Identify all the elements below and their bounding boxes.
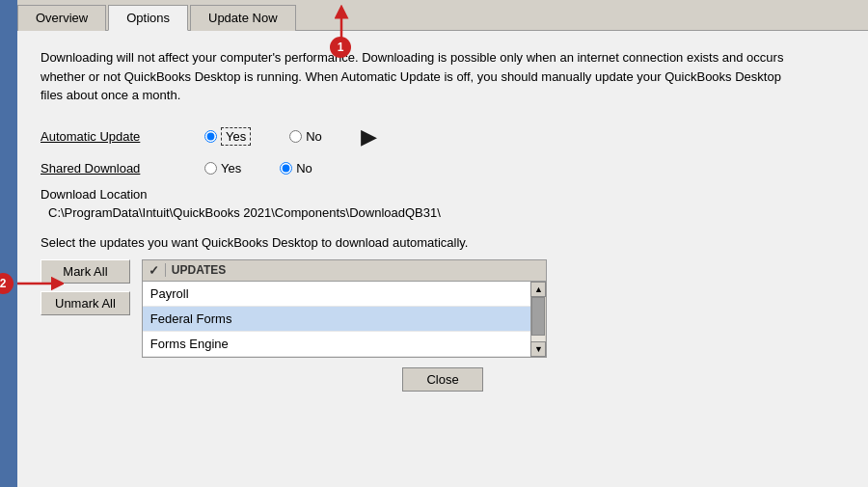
shared-download-yes-radio[interactable] bbox=[204, 162, 217, 175]
automatic-update-yes-option[interactable]: Yes bbox=[204, 129, 251, 144]
automatic-update-yes-radio[interactable] bbox=[204, 130, 217, 143]
close-button-area: Close bbox=[41, 367, 845, 392]
scrollbar-up-button[interactable]: ▲ bbox=[530, 282, 546, 297]
shared-download-yes-label: Yes bbox=[221, 161, 241, 176]
updates-column-header: UPDATES bbox=[172, 263, 226, 277]
shared-download-radios: Yes No bbox=[204, 161, 341, 176]
download-location-section: Download Location C:\ProgramData\Intuit\… bbox=[41, 187, 845, 220]
automatic-update-label: Automatic Update bbox=[41, 129, 204, 144]
automatic-update-no-option[interactable]: No bbox=[289, 129, 322, 144]
automatic-update-no-label: No bbox=[306, 129, 322, 144]
scrollbar-thumb[interactable] bbox=[531, 297, 545, 336]
updates-list-header: ✓ UPDATES bbox=[143, 260, 546, 282]
automatic-update-row: Automatic Update Yes No ◀ bbox=[41, 124, 845, 149]
list-item-federal-forms[interactable]: Federal Forms bbox=[143, 307, 530, 332]
tab-options[interactable]: Options bbox=[108, 5, 188, 31]
mouse-cursor-icon: ◀ bbox=[361, 124, 377, 149]
unmark-all-button[interactable]: Unmark All bbox=[41, 291, 130, 315]
updates-list: Payroll Federal Forms Forms Engine bbox=[143, 282, 530, 357]
scrollbar-track bbox=[531, 297, 545, 341]
updates-list-container: ✓ UPDATES Payroll Federal Forms Forms En… bbox=[142, 259, 547, 358]
shared-download-no-label: No bbox=[296, 161, 312, 176]
shared-download-label: Shared Download bbox=[41, 161, 204, 176]
updates-scrollbar[interactable]: ▲ ▼ bbox=[530, 282, 546, 357]
automatic-update-no-radio[interactable] bbox=[289, 130, 302, 143]
tab-update-now[interactable]: Update Now bbox=[190, 5, 296, 31]
header-divider bbox=[165, 263, 166, 277]
close-button[interactable]: Close bbox=[402, 367, 482, 392]
tab-overview[interactable]: Overview bbox=[17, 5, 106, 31]
updates-body: 2 Mark All Unmark All ✓ bbox=[41, 259, 845, 358]
content-area: Downloading will not affect your compute… bbox=[17, 31, 868, 487]
shared-download-yes-option[interactable]: Yes bbox=[204, 161, 241, 176]
list-item-forms-engine[interactable]: Forms Engine bbox=[143, 332, 530, 357]
updates-instruction-text: Select the updates you want QuickBooks D… bbox=[41, 235, 845, 250]
scrollbar-down-button[interactable]: ▼ bbox=[530, 341, 546, 357]
yes-box-label: Yes bbox=[221, 127, 251, 146]
description-text: Downloading will not affect your compute… bbox=[41, 48, 793, 105]
shared-download-no-radio[interactable] bbox=[280, 162, 292, 175]
updates-list-wrapper: Payroll Federal Forms Forms Engine ▲ ▼ bbox=[143, 282, 546, 357]
shared-download-row: Shared Download Yes No bbox=[41, 161, 845, 176]
list-item-payroll[interactable]: Payroll bbox=[143, 282, 530, 307]
tab-bar: Overview Options Update Now bbox=[17, 0, 868, 31]
mark-all-button[interactable]: Mark All bbox=[41, 259, 130, 284]
shared-download-no-option[interactable]: No bbox=[280, 161, 312, 176]
download-path-value: C:\ProgramData\Intuit\QuickBooks 2021\Co… bbox=[41, 205, 845, 220]
left-sidebar-bar bbox=[0, 0, 17, 487]
automatic-update-radios: Yes No ◀ bbox=[204, 124, 377, 149]
main-window: Overview Options Update Now 1 Downloadin… bbox=[17, 0, 868, 487]
check-icon: ✓ bbox=[149, 263, 159, 278]
download-location-label: Download Location bbox=[41, 187, 845, 202]
buttons-column: Mark All Unmark All bbox=[41, 259, 130, 315]
